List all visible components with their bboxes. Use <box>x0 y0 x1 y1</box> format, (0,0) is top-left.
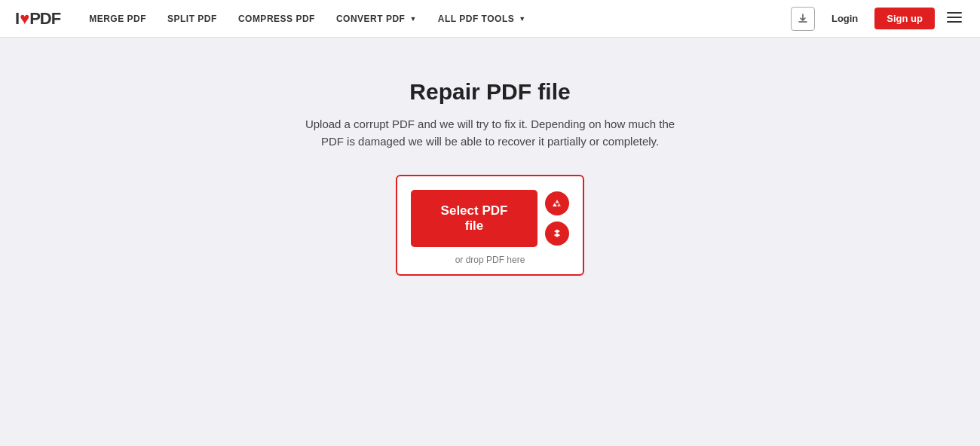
signup-button[interactable]: Sign up <box>874 8 935 29</box>
nav-item-merge-pdf[interactable]: MERGE PDF <box>78 0 157 38</box>
download-app-button[interactable] <box>791 7 815 31</box>
nav-item-all-pdf-tools[interactable]: ALL PDF TOOLS ▼ <box>427 0 537 38</box>
select-pdf-button[interactable]: Select PDF file <box>411 190 537 247</box>
nav-links: MERGE PDF SPLIT PDF COMPRESS PDF CONVERT… <box>78 0 791 38</box>
upload-area: Select PDF file or drop PDF here <box>396 175 584 276</box>
dropbox-upload-button[interactable] <box>545 221 569 246</box>
google-drive-icon <box>551 197 563 209</box>
nav-item-convert-pdf-label: CONVERT PDF <box>336 14 406 24</box>
drop-text: or drop PDF here <box>455 255 525 265</box>
page-title: Repair PDF file <box>409 79 570 105</box>
nav-item-convert-pdf[interactable]: CONVERT PDF ▼ <box>326 0 427 38</box>
login-button[interactable]: Login <box>824 8 865 29</box>
nav-item-all-pdf-tools-label: ALL PDF TOOLS <box>438 14 514 24</box>
hamburger-icon <box>947 11 962 23</box>
hamburger-menu-button[interactable] <box>944 7 965 30</box>
logo[interactable]: I ♥ PDF <box>15 9 60 29</box>
logo-i: I <box>15 9 19 29</box>
nav-item-split-pdf-label: SPLIT PDF <box>167 14 217 24</box>
main-content: Repair PDF file Upload a corrupt PDF and… <box>0 38 980 276</box>
dropbox-icon <box>551 228 563 240</box>
upload-side-icons <box>545 191 569 246</box>
download-icon <box>797 13 809 25</box>
page-description: Upload a corrupt PDF and we will try to … <box>294 115 686 151</box>
navbar: I ♥ PDF MERGE PDF SPLIT PDF COMPRESS PDF… <box>0 0 980 38</box>
nav-item-compress-pdf-label: COMPRESS PDF <box>238 14 315 24</box>
nav-right: Login Sign up <box>791 7 965 31</box>
logo-heart-icon: ♥ <box>20 9 29 29</box>
all-pdf-tools-dropdown-arrow: ▼ <box>519 15 525 23</box>
google-drive-upload-button[interactable] <box>545 191 569 215</box>
nav-item-split-pdf[interactable]: SPLIT PDF <box>157 0 228 38</box>
upload-row: Select PDF file <box>411 190 569 247</box>
nav-item-compress-pdf[interactable]: COMPRESS PDF <box>228 0 326 38</box>
convert-pdf-dropdown-arrow: ▼ <box>409 15 416 23</box>
nav-item-merge-pdf-label: MERGE PDF <box>89 14 146 24</box>
logo-pdf-text: PDF <box>29 9 60 29</box>
